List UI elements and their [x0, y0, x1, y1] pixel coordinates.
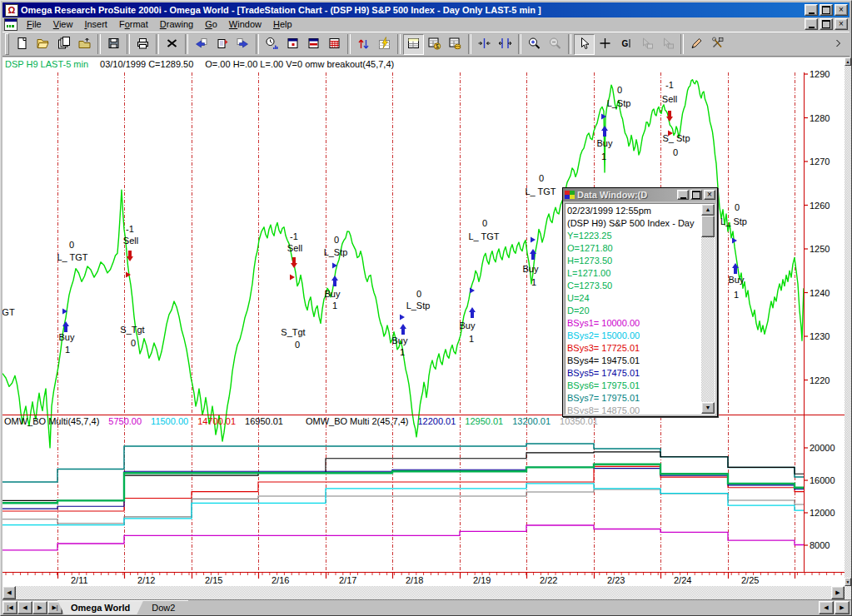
pointer-button[interactable] — [574, 34, 595, 55]
scroll-thumb[interactable] — [701, 216, 715, 237]
signal-label: 0 — [617, 85, 622, 95]
hscroll-right-button[interactable]: ▶ — [831, 586, 845, 599]
drawing-pen-button[interactable] — [686, 34, 707, 55]
calendar-month-icon — [327, 37, 341, 52]
new-doc-button[interactable] — [12, 34, 32, 55]
data-window-scrollbar[interactable]: ▲ ▼ — [701, 204, 715, 414]
menu-insert[interactable]: Insert — [78, 18, 113, 30]
signal-label: 0 — [416, 289, 421, 299]
quick-format-button[interactable] — [374, 34, 395, 55]
data-window-row: (DSP H9) S&P 500 Index - Day — [567, 217, 700, 230]
forward-page-button[interactable] — [232, 34, 253, 55]
child-restore-button[interactable] — [820, 18, 833, 30]
print-button[interactable] — [132, 34, 153, 55]
scroll-up-button[interactable]: ▲ — [701, 204, 715, 216]
data-window-row: D=20 — [567, 305, 700, 317]
price-chart[interactable]: 2/112/122/152/162/172/182/192/222/232/24… — [2, 57, 846, 586]
data-window-row: H=1273.50 — [567, 255, 700, 267]
export-folder-button[interactable] — [74, 34, 95, 55]
indicator-value: 16950.01 — [245, 416, 283, 426]
back-page-button[interactable] — [191, 34, 212, 55]
tab-nav-next-button[interactable]: ▶ — [32, 601, 47, 614]
vscroll-up-button[interactable]: ▲ — [845, 57, 851, 66]
calendar-week-icon — [306, 37, 321, 52]
dollar-table-button[interactable]: $ — [424, 34, 445, 55]
dw-maximize-button[interactable] — [690, 190, 702, 200]
text-cursor-button[interactable]: G — [615, 34, 636, 55]
menu-go[interactable]: Go — [199, 18, 223, 30]
svg-text:12000: 12000 — [810, 508, 835, 518]
data-table-button[interactable] — [403, 34, 424, 55]
zoom-in-button[interactable] — [524, 34, 545, 55]
signal-label: 1 — [601, 152, 606, 161]
menu-file[interactable]: File — [21, 18, 47, 30]
dw-minimize-button[interactable] — [677, 190, 689, 200]
data-window-icon — [565, 191, 575, 200]
save-workspace-button[interactable] — [103, 34, 124, 55]
expand-bars-button[interactable] — [495, 34, 516, 55]
minimize-button[interactable] — [805, 4, 818, 16]
toolbar-separator — [256, 34, 259, 54]
vertical-scrollbar[interactable]: ▲ ▼ — [845, 57, 851, 586]
signal-label: 1 — [734, 290, 739, 300]
toolbar-separator — [156, 34, 159, 54]
sell-mark-icon — [290, 275, 295, 281]
crosshair-button[interactable] — [595, 34, 615, 55]
calendar-month-button[interactable] — [324, 34, 345, 55]
tab-nav-prev-button[interactable]: ◀ — [17, 601, 32, 614]
price-arrows-button[interactable] — [353, 34, 374, 55]
overflow-arrow-button[interactable] — [829, 34, 850, 55]
delete-x-button[interactable] — [162, 34, 182, 55]
menu-view[interactable]: View — [47, 18, 79, 30]
signal-label: Buy — [59, 332, 75, 342]
data-window-palette[interactable]: Data Window:(D × 02/23/1999 12:55pm(DSP … — [562, 187, 718, 417]
signal-label: 0 — [673, 147, 678, 157]
export-folder-icon — [77, 37, 92, 52]
restore-button[interactable] — [820, 4, 833, 16]
forward-page-icon — [236, 37, 250, 52]
calendar-day-button[interactable] — [282, 34, 303, 55]
zoom-in-icon — [527, 37, 541, 52]
tab-scroll-left-button[interactable]: ◀ — [819, 601, 834, 614]
toolbar-separator — [518, 34, 521, 54]
restore-icon — [822, 20, 830, 28]
signal-label: 1 — [65, 345, 70, 355]
delete-x-icon — [165, 37, 179, 52]
menu-help[interactable]: Help — [267, 18, 298, 30]
workspace-tab-omega-world[interactable]: Omega World — [57, 600, 143, 614]
hscroll-left-button[interactable]: ◀ — [2, 586, 16, 599]
child-close-button[interactable]: × — [835, 18, 848, 30]
menu-format[interactable]: Format — [113, 18, 154, 30]
menu-drawing[interactable]: Drawing — [154, 18, 199, 30]
child-minimize-button[interactable] — [805, 18, 818, 30]
chart-window-icon[interactable] — [4, 18, 17, 31]
menu-window[interactable]: Window — [223, 18, 267, 30]
svg-text:1250: 1250 — [810, 244, 830, 254]
toolbar-grip[interactable] — [5, 33, 9, 55]
window-titlebar[interactable]: Ω Omega Research ProSuite 2000i - Omega … — [2, 2, 850, 17]
data-window-row: BSys7= 17975.01 — [567, 392, 700, 405]
compress-bars-button[interactable] — [474, 34, 495, 55]
close-button[interactable]: × — [835, 4, 848, 16]
data-window-row: BSys1= 10000.00 — [567, 317, 700, 330]
time-chart-button[interactable] — [262, 34, 282, 55]
dw-close-button[interactable]: × — [704, 190, 715, 200]
open-folder-button[interactable] — [32, 34, 53, 55]
scroll-down-button[interactable]: ▼ — [701, 402, 715, 414]
signal-label: S_Tgt — [281, 327, 305, 337]
funds-table-icon — [448, 37, 462, 52]
data-window-titlebar[interactable]: Data Window:(D × — [563, 188, 717, 201]
drop-window2-button — [657, 34, 678, 55]
funds-table-button[interactable] — [445, 34, 466, 55]
calendar-week-button[interactable] — [303, 34, 324, 55]
copy-pages-button[interactable] — [53, 34, 74, 55]
vscroll-down-button[interactable]: ▼ — [845, 578, 851, 586]
tab-scroll-right-button[interactable]: ▶ — [835, 601, 850, 614]
workspace-tab-dow2[interactable]: Dow2 — [138, 600, 188, 614]
toolbox-button[interactable] — [707, 34, 728, 55]
signal-label: 0 — [735, 202, 740, 212]
chart-area[interactable]: 2/112/122/152/162/172/182/192/222/232/24… — [2, 57, 846, 586]
flip-page-button[interactable] — [212, 34, 232, 55]
horizontal-scrollbar[interactable]: ◀ ▶ — [2, 586, 851, 599]
tab-nav-first-button[interactable]: |◀ — [2, 601, 17, 614]
